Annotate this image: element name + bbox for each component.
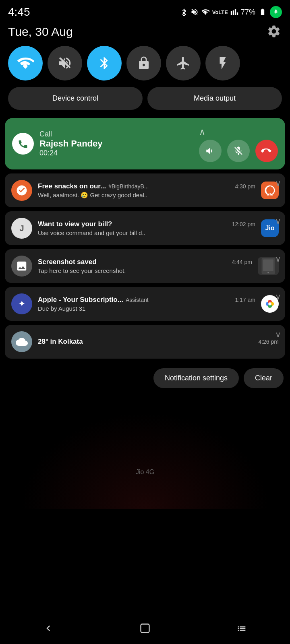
notification-settings-button[interactable]: Notification settings xyxy=(153,368,239,388)
battery-pct: 77% xyxy=(241,8,255,17)
weather-content: 28° in Kolkata 4:26 pm xyxy=(38,338,279,346)
qs-mute[interactable] xyxy=(48,46,82,80)
notification-jio[interactable]: J Want to view your bill? 12:02 pm Use v… xyxy=(5,211,285,245)
screenshot-chevron: ∨ xyxy=(275,254,281,264)
swiggy-hashtag: #BigBirthdayB... xyxy=(108,183,149,190)
svg-rect-1 xyxy=(263,260,273,271)
swiggy-body: Well, aaalmost. 🥲 Get crazy good deal.. xyxy=(38,192,255,199)
svg-point-2 xyxy=(267,272,269,274)
device-control-button[interactable]: Device control xyxy=(8,87,143,110)
qs-bluetooth[interactable] xyxy=(87,46,122,80)
screenshot-content: Screenshot saved 4:44 pm Tap here to see… xyxy=(38,258,252,274)
battery-icon xyxy=(258,8,267,16)
weather-chevron: ∨ xyxy=(275,330,281,339)
mic-indicator xyxy=(270,6,282,18)
notification-weather[interactable]: 28° in Kolkata 4:26 pm ∨ xyxy=(5,325,285,359)
call-mute-button[interactable] xyxy=(227,140,250,162)
home-button[interactable] xyxy=(129,618,161,638)
call-phone-icon xyxy=(12,133,34,155)
bottom-actions: Notification settings Clear xyxy=(0,363,290,396)
date-display: Tue, 30 Aug xyxy=(8,25,73,39)
back-button[interactable] xyxy=(32,618,64,638)
apple-chevron: ∨ xyxy=(275,292,281,301)
bluetooth-status-icon xyxy=(180,8,188,16)
weather-icon xyxy=(11,331,32,352)
notification-swiggy[interactable]: Free snacks on our... #BigBirthdayB... 4… xyxy=(5,173,285,207)
call-contact-name: Rajesh Pandey xyxy=(39,138,199,149)
apple-notif-icon: ✦ xyxy=(11,293,32,314)
apple-content: Apple - Your Subscriptio... Assistant 1:… xyxy=(38,296,255,312)
call-label: Call xyxy=(39,130,199,138)
apple-body: Due by August 31 xyxy=(38,305,255,312)
clear-button[interactable]: Clear xyxy=(244,368,284,388)
media-output-button[interactable]: Media output xyxy=(147,87,282,110)
weather-title: 28° in Kolkata xyxy=(38,338,83,346)
dark-background-area: Jio 4G xyxy=(0,396,290,509)
screenshot-time: 4:44 pm xyxy=(232,259,252,265)
qs-torch[interactable] xyxy=(205,46,240,80)
screenshot-icon xyxy=(11,256,32,277)
qs-airplane[interactable] xyxy=(166,46,201,80)
svg-rect-8 xyxy=(141,624,149,633)
carrier-text: Jio 4G xyxy=(0,396,290,478)
svg-point-7 xyxy=(268,302,271,305)
call-notification[interactable]: Call Rajesh Pandey 00:24 ∧ xyxy=(5,118,285,169)
signal-icon xyxy=(230,8,238,16)
call-action-buttons xyxy=(199,140,278,162)
jio-chevron: ∨ xyxy=(275,216,281,226)
call-speaker-button[interactable] xyxy=(199,140,222,162)
jio-body: Use voice command and get your bill d.. xyxy=(38,229,255,236)
status-icons: VoLTE 77% xyxy=(180,6,282,18)
settings-icon[interactable] xyxy=(267,24,282,39)
notification-screenshot[interactable]: Screenshot saved 4:44 pm Tap here to see… xyxy=(5,249,285,283)
jio-icon: J xyxy=(11,218,32,239)
wifi-status-icon xyxy=(201,8,210,16)
quick-settings-row xyxy=(0,46,290,87)
qs-wifi[interactable] xyxy=(8,46,43,80)
jio-title: Want to view your bill? xyxy=(38,220,112,228)
volte-icon: VoLTE xyxy=(212,9,228,15)
apple-title: Apple - Your Subscriptio... xyxy=(38,296,123,304)
date-row: Tue, 30 Aug xyxy=(0,22,290,46)
notification-apple[interactable]: ✦ Apple - Your Subscriptio... Assistant … xyxy=(5,287,285,321)
screenshot-body: Tap here to see your screenshot. xyxy=(38,267,252,274)
swiggy-icon xyxy=(11,180,32,201)
apple-source: Assistant xyxy=(126,297,149,303)
call-end-button[interactable] xyxy=(255,140,278,162)
swiggy-content: Free snacks on our... #BigBirthdayB... 4… xyxy=(38,182,255,199)
screenshot-title: Screenshot saved xyxy=(38,258,97,266)
notifications-area: Call Rajesh Pandey 00:24 ∧ xyxy=(0,118,290,359)
swiggy-time: 4:30 pm xyxy=(235,183,255,190)
status-bar: 4:45 VoLTE 77% xyxy=(0,0,290,22)
call-duration: 00:24 xyxy=(39,149,199,157)
apple-time: 1:17 am xyxy=(235,297,255,303)
recents-button[interactable] xyxy=(226,618,258,638)
call-chevron-icon: ∧ xyxy=(199,127,205,137)
jio-time: 12:02 pm xyxy=(232,221,255,227)
weather-time: 4:26 pm xyxy=(258,339,279,345)
control-buttons: Device control Media output xyxy=(0,87,290,118)
status-time: 4:45 xyxy=(8,6,30,19)
swiggy-chevron: ∨ xyxy=(275,178,281,188)
qs-screen-lock[interactable] xyxy=(126,46,161,80)
navigation-bar xyxy=(0,616,290,644)
mute-status-icon xyxy=(191,8,199,16)
jio-content: Want to view your bill? 12:02 pm Use voi… xyxy=(38,220,255,236)
swiggy-title: Free snacks on our... xyxy=(38,182,106,190)
